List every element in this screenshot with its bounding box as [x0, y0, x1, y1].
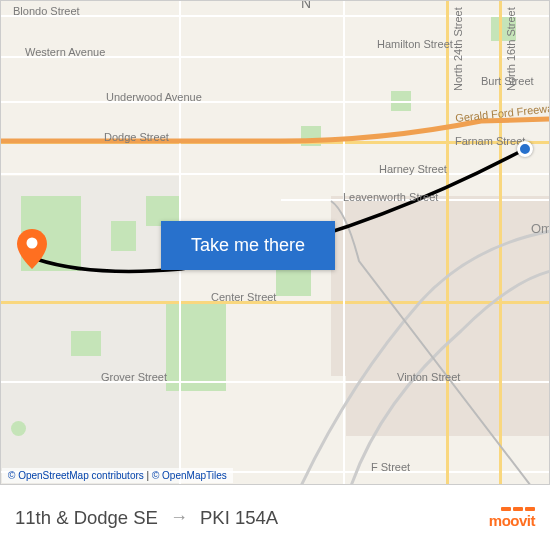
- street-label-underwood: Underwood Avenue: [106, 91, 202, 103]
- map-road: [343, 1, 345, 484]
- route-summary-bar: 11th & Dodge SE → PKI 154A moovit: [0, 485, 550, 550]
- destination-marker[interactable]: [17, 229, 43, 255]
- map-road: [1, 101, 549, 103]
- street-label-n24: North 24th Street: [452, 7, 464, 91]
- street-label-blondo: Blondo Street: [13, 5, 80, 17]
- map-road-major: [499, 1, 502, 484]
- route-destination-label: PKI 154A: [200, 507, 278, 529]
- take-me-there-button[interactable]: Take me there: [161, 221, 335, 270]
- map-pond: [11, 421, 26, 436]
- route-origin-label: 11th & Dodge SE: [15, 507, 158, 529]
- map[interactable]: Blondo Street Western Avenue Underwood A…: [0, 0, 550, 485]
- map-park: [111, 221, 136, 251]
- map-road: [1, 15, 549, 17]
- street-label-farnam: Farnam Street: [455, 135, 525, 147]
- map-industrial: [331, 196, 550, 286]
- moovit-logo[interactable]: moovit: [489, 507, 535, 529]
- street-label-hamilton: Hamilton Street: [377, 38, 453, 50]
- route-text: 11th & Dodge SE → PKI 154A: [15, 507, 278, 529]
- street-label-western: Western Avenue: [25, 46, 105, 58]
- street-label-center: Center Street: [211, 291, 276, 303]
- map-road: [1, 173, 549, 175]
- street-label-dodge: Dodge Street: [104, 131, 169, 143]
- map-park: [166, 301, 226, 391]
- map-road-major: [446, 1, 449, 484]
- street-label-n16: North 16th Street: [505, 7, 517, 91]
- city-label-omaha: Oma: [531, 221, 550, 236]
- omt-credit-link[interactable]: © OpenMapTiles: [152, 470, 227, 481]
- street-label-grover: Grover Street: [101, 371, 167, 383]
- map-pin-icon: [17, 229, 47, 269]
- map-attribution: © OpenStreetMap contributors | © OpenMap…: [2, 468, 233, 483]
- map-park: [276, 266, 311, 296]
- arrow-right-icon: →: [170, 507, 188, 528]
- map-road: [1, 381, 549, 383]
- svg-point-0: [27, 238, 38, 249]
- map-industrial: [331, 286, 550, 376]
- street-label-leavenworth: Leavenworth Street: [343, 191, 438, 203]
- street-label-gerald-ford: Gerald Ford Freewa: [455, 102, 550, 124]
- moovit-logo-text: moovit: [489, 512, 535, 529]
- street-label-f: F Street: [371, 461, 410, 473]
- map-park: [71, 331, 101, 356]
- moovit-logo-bars-icon: [501, 507, 535, 511]
- street-label-vinton: Vinton Street: [397, 371, 460, 383]
- origin-marker[interactable]: [517, 141, 533, 157]
- street-label-harney: Harney Street: [379, 163, 447, 175]
- osm-credit-link[interactable]: © OpenStreetMap contributors: [8, 470, 144, 481]
